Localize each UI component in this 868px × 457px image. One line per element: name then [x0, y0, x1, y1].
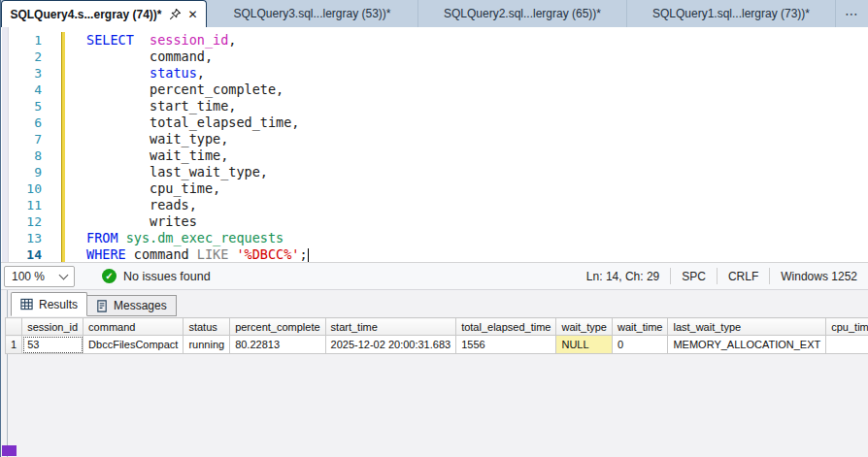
line-number-current: 14 [1, 246, 42, 263]
tab-label: SQLQuery4.s...ergray (74))* [10, 8, 161, 21]
code-token: status [150, 65, 197, 81]
tab-sqlquery3[interactable]: SQLQuery3.sql...lergray (53))* [207, 0, 418, 27]
line-number: 3 [1, 65, 42, 82]
code-token: command [126, 246, 197, 262]
pin-icon[interactable] [169, 8, 182, 20]
code-line: 14WHERE command LIKE '%DBCC%'; [1, 246, 868, 263]
col-header-start-time[interactable]: start_time [325, 318, 456, 336]
cell-last-wait-type[interactable]: MEMORY_ALLOCATION_EXT [668, 336, 826, 354]
code-line: 8 wait_time, [1, 147, 868, 164]
results-tab-label: Results [39, 298, 78, 311]
code-token [118, 230, 126, 245]
tab-overflow-button[interactable]: ⋯ [836, 0, 868, 27]
code-text: writes [42, 213, 197, 230]
cell-percent-complete[interactable]: 80.22813 [230, 336, 325, 354]
col-header-status[interactable]: status [184, 318, 230, 336]
col-header-percent-complete[interactable]: percent_complete [230, 318, 325, 336]
code-text: cpu_time, [42, 180, 220, 197]
window-status-accent-chip [2, 445, 17, 456]
code-token [134, 32, 150, 48]
line-number: 5 [1, 98, 42, 114]
code-text: reads, [42, 197, 197, 213]
encoding-mode[interactable]: Windows 1252 [769, 268, 868, 283]
zoom-dropdown[interactable]: 100 % [4, 266, 75, 287]
line-number: 1 [1, 32, 42, 49]
code-token: SELECT [86, 32, 134, 48]
line-number: 6 [1, 114, 42, 131]
cell-session-id[interactable]: 53 [22, 336, 83, 354]
code-text: start_time, [42, 98, 236, 114]
col-header-session-id[interactable]: session_id [22, 318, 83, 336]
code-line: 12 writes [1, 213, 868, 230]
line-number: 7 [1, 131, 42, 147]
col-header-wait-time[interactable]: wait_time [612, 318, 667, 336]
line-number: 11 [1, 197, 42, 213]
sql-editor[interactable]: 1SELECT session_id, 2 command, 3 status,… [1, 27, 868, 263]
code-text: total_elapsed_time, [42, 114, 299, 131]
code-text: status, [42, 65, 205, 82]
cell-rownum[interactable]: 1 [6, 336, 22, 354]
code-line: 5 start_time, [1, 98, 868, 114]
grid-data-row: 1 53 DbccFilesCompact running 80.22813 2… [6, 336, 868, 354]
cell-start-time[interactable]: 2025-12-02 20:00:31.683 [325, 336, 456, 354]
code-text: last_wait_type, [42, 164, 268, 180]
cell-command[interactable]: DbccFilesCompact [83, 336, 184, 354]
document-tab-bar: SQLQuery4.s...ergray (74))* ✕ SQLQuery3.… [1, 0, 868, 27]
code-line: 6 total_elapsed_time, [1, 114, 868, 131]
code-token: ; [299, 246, 307, 262]
code-text: FROM sys.dm_exec_requests [42, 230, 284, 246]
code-text: SELECT session_id, [42, 32, 236, 49]
code-line: 13FROM sys.dm_exec_requests [1, 230, 868, 246]
tab-label: SQLQuery3.sql...lergray (53))* [233, 7, 390, 20]
line-number: 2 [1, 49, 42, 65]
cell-total-elapsed-time[interactable]: 1556 [456, 336, 556, 354]
code-line: 3 status, [1, 65, 868, 82]
results-tab-strip: Results Messages [1, 290, 868, 316]
tab-label: SQLQuery1.sql...lergray (73))* [652, 7, 810, 20]
col-header-wait-type[interactable]: wait_type [556, 318, 612, 336]
col-header-last-wait-type[interactable]: last_wait_type [668, 318, 826, 336]
tab-messages[interactable]: Messages [87, 295, 177, 316]
tab-sqlquery2[interactable]: SQLQuery2.sql...lergray (65))* [418, 0, 627, 27]
tab-sqlquery1[interactable]: SQLQuery1.sql...lergray (73))* [627, 0, 836, 27]
line-ending-mode[interactable]: CRLF [717, 268, 769, 283]
code-text: wait_time, [42, 147, 228, 164]
col-header-rownum[interactable] [6, 318, 22, 336]
col-header-cpu-time[interactable]: cpu_time [826, 318, 868, 336]
line-number: 13 [1, 230, 42, 246]
line-number: 9 [1, 164, 42, 180]
tab-sqlquery4[interactable]: SQLQuery4.s...ergray (74))* ✕ [1, 0, 207, 27]
col-header-command[interactable]: command [83, 318, 184, 336]
messages-icon [96, 300, 108, 312]
cell-wait-time[interactable]: 0 [612, 336, 667, 354]
code-line: 4 percent_complete, [1, 82, 868, 98]
cell-wait-type[interactable]: NULL [556, 336, 612, 354]
results-grid: session_id command status percent_comple… [5, 317, 868, 354]
tab-results[interactable]: Results [11, 292, 87, 316]
cell-cpu-time[interactable] [826, 336, 868, 354]
col-header-total-elapsed-time[interactable]: total_elapsed_time [456, 318, 556, 336]
cursor-position: Ln: 14, Ch: 29 [576, 268, 670, 283]
code-text: WHERE command LIKE '%DBCC%'; [42, 246, 309, 263]
check-circle-icon: ✓ [102, 269, 117, 283]
grid-header-row: session_id command status percent_comple… [6, 318, 868, 336]
issues-indicator[interactable]: ✓ No issues found [102, 269, 211, 283]
code-line: 1SELECT session_id, [1, 32, 868, 49]
code-line: 9 last_wait_type, [1, 164, 868, 180]
pane-divider-line [7, 290, 8, 457]
code-token: LIKE [197, 246, 229, 262]
results-pane: Results Messages session_id [1, 290, 868, 457]
code-token: session_id [150, 32, 228, 48]
code-line: 10 cpu_time, [1, 180, 868, 197]
code-token [86, 65, 150, 81]
close-icon[interactable]: ✕ [188, 8, 198, 21]
editor-status-strip: 100 % ✓ No issues found Ln: 14, Ch: 29 S… [1, 263, 868, 290]
code-line: 2 command, [1, 49, 868, 65]
cell-status[interactable]: running [184, 336, 230, 354]
code-token: WHERE [86, 246, 126, 262]
zoom-level: 100 % [12, 270, 45, 283]
line-number: 8 [1, 147, 42, 164]
space-mode[interactable]: SPC [670, 268, 717, 283]
grid-icon [20, 298, 33, 310]
messages-tab-label: Messages [114, 299, 167, 312]
